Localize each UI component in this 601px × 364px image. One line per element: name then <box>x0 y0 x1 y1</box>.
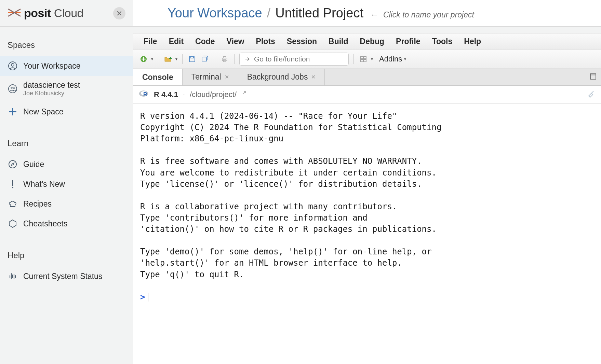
print-icon[interactable] <box>220 54 229 64</box>
header-left: posit Cloud <box>0 0 133 26</box>
main: Spaces Your Workspace datascience test J… <box>0 27 601 364</box>
sidebar-item-guide[interactable]: Guide <box>0 154 133 174</box>
tab-terminal[interactable]: Terminal ✕ <box>183 69 238 85</box>
sidebar-item-owner: Joe Klobusicky <box>23 90 80 97</box>
menu-debug[interactable]: Debug <box>360 37 385 46</box>
svg-point-0 <box>9 62 17 70</box>
console-header: R R 4.4.1 · /cloud/project/ <box>133 86 601 104</box>
ide-pane: File Edit Code View Plots Session Build … <box>133 27 601 364</box>
grid-icon[interactable] <box>359 54 368 64</box>
svg-point-6 <box>12 187 13 188</box>
svg-point-3 <box>11 87 13 89</box>
svg-point-5 <box>9 160 16 168</box>
sidebar-item-recipes[interactable]: Recipes <box>0 194 133 214</box>
addins-menu[interactable]: Addins ▾ <box>379 55 406 64</box>
sidebar-item-label: Guide <box>23 160 44 169</box>
close-icon <box>117 11 122 16</box>
menu-tools[interactable]: Tools <box>432 37 453 46</box>
sidebar-item-whats-new[interactable]: What's New <box>0 174 133 194</box>
posit-logo[interactable]: posit Cloud <box>8 6 83 21</box>
sidebar-item-datascience-test[interactable]: datascience test Joe Klobusicky <box>0 76 133 102</box>
sidebar-section-spaces: Spaces <box>0 37 133 56</box>
goto-file-function[interactable] <box>239 53 349 66</box>
svg-point-2 <box>9 85 17 93</box>
save-icon[interactable] <box>187 54 197 64</box>
text-cursor <box>148 293 148 302</box>
menu-edit[interactable]: Edit <box>169 37 184 46</box>
sidebar-item-label: New Space <box>23 107 64 116</box>
tab-background-jobs[interactable]: Background Jobs ✕ <box>238 69 325 85</box>
svg-point-4 <box>13 87 15 89</box>
save-all-icon[interactable] <box>200 54 210 64</box>
svg-point-1 <box>11 64 14 66</box>
sidebar-item-label: datascience test <box>23 81 80 90</box>
close-icon[interactable]: ✕ <box>225 74 229 80</box>
collapse-sidebar-button[interactable] <box>113 7 125 19</box>
project-name[interactable]: Untitled Project <box>275 6 363 20</box>
menu-build[interactable]: Build <box>329 37 348 46</box>
working-directory[interactable]: /cloud/project/ <box>190 90 237 99</box>
menu-session[interactable]: Session <box>287 37 317 46</box>
goto-arrow-icon <box>244 56 251 62</box>
breadcrumb-separator: / <box>267 6 271 20</box>
sidebar-section-learn: Learn <box>0 135 133 154</box>
breadcrumb: Your Workspace / Untitled Project ← Clic… <box>168 6 474 20</box>
chevron-down-icon: ▾ <box>404 57 406 61</box>
r-version-label: R 4.4.1 <box>154 90 178 99</box>
clear-console-icon[interactable] <box>587 89 596 100</box>
open-folder-icon[interactable] <box>163 54 173 64</box>
user-circle-icon <box>8 61 18 71</box>
sidebar-item-system-status[interactable]: Current System Status <box>0 266 133 286</box>
header-right: Your Workspace / Untitled Project ← Clic… <box>133 0 601 26</box>
grid-dropdown[interactable]: ▾ <box>371 57 373 61</box>
console-text: R version 4.4.1 (2024-06-14) -- "Race fo… <box>140 111 441 279</box>
r-logo-icon: R <box>139 88 149 101</box>
sidebar: Spaces Your Workspace datascience test J… <box>0 27 133 364</box>
tabs-row: Console Terminal ✕ Background Jobs ✕ <box>133 69 601 86</box>
close-icon[interactable]: ✕ <box>311 74 316 80</box>
goto-input[interactable] <box>254 55 344 63</box>
svg-rect-14 <box>361 59 363 62</box>
dot-separator: · <box>183 90 185 99</box>
sidebar-item-label: What's New <box>23 180 65 189</box>
menubar: File Edit Code View Plots Session Build … <box>133 33 601 50</box>
hexagon-icon <box>8 219 18 229</box>
sidebar-item-new-space[interactable]: New Space <box>0 102 133 122</box>
compass-icon <box>8 159 18 169</box>
sidebar-item-your-workspace[interactable]: Your Workspace <box>0 56 133 76</box>
menu-code[interactable]: Code <box>195 37 215 46</box>
open-dropdown[interactable]: ▾ <box>175 57 177 61</box>
group-circle-icon <box>8 84 18 94</box>
toolbar: ▾ ▾ ▾ <box>133 50 601 69</box>
menu-view[interactable]: View <box>227 37 244 46</box>
console-output[interactable]: R version 4.4.1 (2024-06-14) -- "Race fo… <box>133 104 601 364</box>
menu-profile[interactable]: Profile <box>396 37 420 46</box>
top-header: posit Cloud Your Workspace / Untitled Pr… <box>0 0 601 27</box>
sidebar-item-label: Cheatsheets <box>23 219 67 228</box>
logo-text: posit Cloud <box>24 6 83 20</box>
plus-icon <box>8 107 18 117</box>
sidebar-item-label: Recipes <box>23 199 52 209</box>
svg-rect-12 <box>361 56 363 59</box>
posit-logo-icon <box>8 6 21 21</box>
project-name-hint: Click to name your project <box>383 10 474 19</box>
new-file-icon[interactable] <box>139 54 148 64</box>
pulse-icon <box>8 271 18 281</box>
breadcrumb-workspace-link[interactable]: Your Workspace <box>168 6 262 20</box>
tab-console[interactable]: Console <box>133 69 183 85</box>
maximize-pane-icon[interactable] <box>589 73 597 82</box>
svg-text:R: R <box>143 92 147 97</box>
svg-rect-10 <box>223 56 226 58</box>
sidebar-section-help: Help <box>0 247 133 266</box>
popout-icon[interactable] <box>241 90 248 99</box>
sidebar-item-label: Your Workspace <box>23 61 80 71</box>
svg-rect-13 <box>364 56 366 59</box>
sidebar-item-cheatsheets[interactable]: Cheatsheets <box>0 214 133 234</box>
menu-file[interactable]: File <box>144 37 157 46</box>
menu-plots[interactable]: Plots <box>256 37 275 46</box>
svg-rect-8 <box>191 56 193 58</box>
new-file-dropdown[interactable]: ▾ <box>151 57 153 61</box>
console-prompt: > <box>140 292 145 303</box>
svg-rect-15 <box>364 59 366 62</box>
menu-help[interactable]: Help <box>464 37 481 46</box>
